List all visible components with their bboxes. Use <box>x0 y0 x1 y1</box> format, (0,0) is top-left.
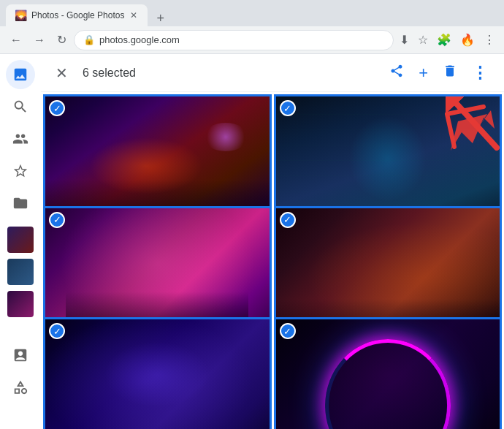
lock-icon: 🔒 <box>83 34 95 45</box>
check-badge-2: ✓ <box>280 100 296 116</box>
selection-count: 6 selected <box>83 67 385 80</box>
browser-menu-button[interactable]: ⋮ <box>481 30 498 50</box>
photo-item-5[interactable]: ✓ <box>43 317 272 429</box>
back-button[interactable]: ← <box>6 31 26 50</box>
url-text: photos.google.com <box>99 34 384 45</box>
sidebar <box>0 54 41 429</box>
app-container: ✕ 6 selected + ⋮ <box>0 54 504 429</box>
main-content: ✕ 6 selected + ⋮ <box>41 54 504 429</box>
check-badge-6: ✓ <box>280 323 296 339</box>
add-button[interactable]: + <box>414 59 432 87</box>
new-tab-button[interactable]: + <box>150 11 170 26</box>
photo-item-6[interactable]: ✓ <box>274 317 503 429</box>
photo-overlay-5 <box>43 317 272 429</box>
sidebar-item-favorites[interactable] <box>6 156 35 186</box>
sidebar-item-albums[interactable] <box>6 189 35 218</box>
sidebar-item-settings[interactable] <box>6 373 35 402</box>
browser-tab[interactable]: 🌄 Photos - Google Photos ✕ <box>6 4 148 26</box>
delete-button[interactable] <box>438 59 462 86</box>
profile-button[interactable]: 🔥 <box>457 30 478 50</box>
toolbar-actions: + ⋮ <box>385 59 492 87</box>
download-button[interactable]: ⬇ <box>397 30 412 50</box>
tab-title: Photos - Google Photos <box>31 10 124 20</box>
forward-button[interactable]: → <box>29 31 50 50</box>
photo-grid: ✓ ✓ ✓ <box>41 92 504 429</box>
sidebar-thumb-3[interactable] <box>7 291 34 317</box>
reload-button[interactable]: ↻ <box>53 30 71 50</box>
tab-favicon: 🌄 <box>15 10 27 21</box>
selection-toolbar: ✕ 6 selected + ⋮ <box>41 54 504 92</box>
check-badge-3: ✓ <box>49 212 65 228</box>
address-bar[interactable]: 🔒 photos.google.com <box>74 30 394 50</box>
check-badge-1: ✓ <box>49 100 65 116</box>
sidebar-item-people[interactable] <box>6 124 35 153</box>
bookmark-button[interactable]: ☆ <box>415 30 431 50</box>
check-badge-4: ✓ <box>280 212 296 228</box>
more-options-button[interactable]: ⋮ <box>467 59 492 87</box>
photo-overlay-6 <box>274 317 503 429</box>
close-selection-button[interactable]: ✕ <box>53 61 71 85</box>
tab-close-button[interactable]: ✕ <box>129 9 139 22</box>
sidebar-thumb-1[interactable] <box>7 227 34 253</box>
share-button[interactable] <box>385 59 408 86</box>
sidebar-item-tasks[interactable] <box>6 341 35 370</box>
sidebar-item-photos[interactable] <box>6 60 35 89</box>
sidebar-item-search[interactable] <box>6 92 35 121</box>
extensions-button[interactable]: 🧩 <box>434 30 454 50</box>
sidebar-thumb-2[interactable] <box>7 259 34 285</box>
